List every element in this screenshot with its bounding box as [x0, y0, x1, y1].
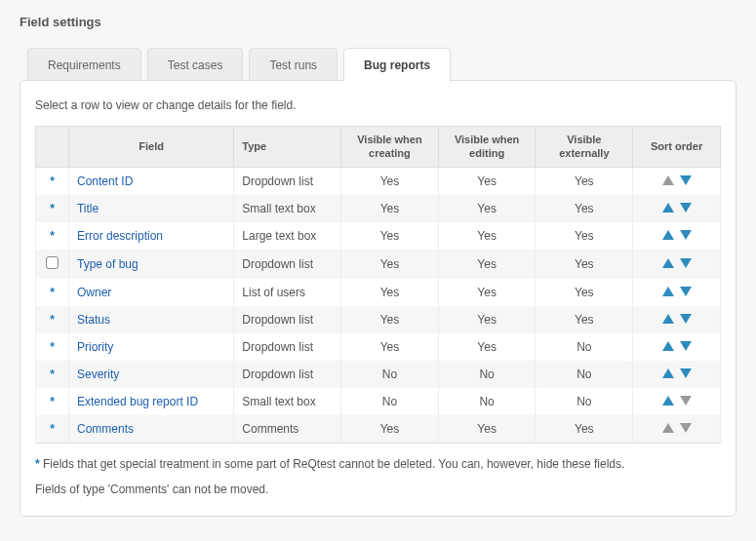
col-header-type: Type	[234, 127, 341, 168]
tab-test-cases[interactable]: Test cases	[147, 48, 244, 82]
move-up-icon[interactable]	[662, 396, 674, 406]
visCreating-cell: Yes	[341, 333, 439, 361]
visExternal-cell: No	[536, 361, 633, 388]
field-link[interactable]: Status	[77, 313, 110, 327]
move-up-icon[interactable]	[662, 287, 674, 296]
move-up-icon[interactable]	[662, 258, 674, 268]
field-link[interactable]: Type of bug	[77, 257, 139, 271]
table-row[interactable]: *PriorityDropdown listYesYesNo	[36, 333, 721, 361]
visExternal-cell: Yes	[536, 167, 633, 195]
visEditing-cell: Yes	[438, 222, 536, 250]
table-row[interactable]: *Error descriptionLarge text boxYesYesYe…	[36, 222, 721, 250]
field-link[interactable]: Extended bug report ID	[77, 395, 198, 408]
type-cell: Dropdown list	[234, 250, 341, 279]
sort-order-cell	[633, 250, 721, 279]
tab-bug-reports[interactable]: Bug reports	[343, 48, 451, 82]
select-checkbox[interactable]	[36, 250, 69, 279]
type-cell: Comments	[234, 415, 341, 444]
special-marker-icon: *	[36, 279, 69, 306]
tab-requirements[interactable]: Requirements	[27, 48, 141, 82]
move-up-icon[interactable]	[662, 368, 674, 378]
move-down-icon[interactable]	[680, 314, 692, 324]
sort-order-cell	[633, 167, 721, 195]
move-up-icon	[662, 175, 674, 185]
type-cell: Dropdown list	[234, 167, 341, 195]
field-link[interactable]: Severity	[77, 367, 119, 381]
visCreating-cell: Yes	[341, 279, 439, 306]
page-title: Field settings	[20, 15, 736, 29]
field-link[interactable]: Priority	[77, 340, 113, 354]
move-up-icon[interactable]	[662, 203, 674, 213]
visEditing-cell: No	[438, 361, 536, 388]
move-down-icon[interactable]	[680, 175, 692, 185]
visCreating-cell: Yes	[341, 195, 439, 222]
visExternal-cell: No	[536, 388, 633, 415]
visCreating-cell: Yes	[341, 222, 439, 250]
table-row[interactable]: *TitleSmall text boxYesYesYes	[36, 195, 721, 222]
type-cell: Small text box	[234, 195, 341, 222]
field-link[interactable]: Title	[77, 202, 99, 215]
sort-order-cell	[633, 388, 721, 415]
panel: Select a row to view or change details f…	[20, 80, 736, 517]
col-header-sort: Sort order	[633, 127, 721, 168]
special-marker-icon: *	[36, 388, 69, 415]
visExternal-cell: Yes	[536, 195, 633, 222]
sort-order-cell	[633, 415, 721, 444]
visCreating-cell: No	[341, 361, 439, 388]
table-row[interactable]: *StatusDropdown listYesYesYes	[36, 306, 721, 333]
col-header-marker	[36, 127, 69, 168]
move-down-icon[interactable]	[680, 341, 692, 351]
footnote-comments: Fields of type 'Comments' can not be mov…	[35, 483, 721, 496]
footnote-special: * Fields that get special treatment in s…	[35, 457, 721, 471]
table-row[interactable]: *SeverityDropdown listNoNoNo	[36, 361, 721, 388]
col-header-vis-external: Visible externally	[536, 127, 633, 168]
field-link[interactable]: Error description	[77, 229, 163, 243]
move-down-icon[interactable]	[680, 203, 692, 213]
move-up-icon[interactable]	[662, 314, 674, 324]
sort-order-cell	[633, 222, 721, 250]
move-down-icon[interactable]	[680, 368, 692, 378]
field-link[interactable]: Comments	[77, 422, 134, 436]
visEditing-cell: No	[438, 388, 536, 415]
visCreating-cell: Yes	[341, 415, 439, 444]
table-row[interactable]: *Content IDDropdown listYesYesYes	[36, 167, 721, 195]
visExternal-cell: Yes	[536, 415, 633, 444]
col-header-vis-creating: Visible when creating	[341, 127, 439, 168]
visEditing-cell: Yes	[438, 306, 536, 333]
instruction-text: Select a row to view or change details f…	[35, 98, 721, 112]
table-row[interactable]: Type of bugDropdown listYesYesYes	[36, 250, 721, 279]
visCreating-cell: Yes	[341, 167, 439, 195]
move-down-icon	[680, 396, 692, 406]
special-marker-icon: *	[36, 415, 69, 444]
move-down-icon	[680, 423, 692, 433]
table-row[interactable]: *CommentsCommentsYesYesYes	[36, 415, 721, 444]
special-marker-icon: *	[36, 306, 69, 333]
move-up-icon[interactable]	[662, 341, 674, 351]
tab-test-runs[interactable]: Test runs	[249, 48, 338, 82]
move-down-icon[interactable]	[680, 287, 692, 296]
special-marker-icon: *	[36, 361, 69, 388]
field-link[interactable]: Owner	[77, 286, 111, 299]
visEditing-cell: Yes	[438, 167, 536, 195]
type-cell: Dropdown list	[234, 361, 341, 388]
visExternal-cell: No	[536, 333, 633, 361]
visCreating-cell: Yes	[341, 250, 439, 279]
visExternal-cell: Yes	[536, 222, 633, 250]
move-down-icon[interactable]	[680, 230, 692, 240]
visEditing-cell: Yes	[438, 279, 536, 306]
table-row[interactable]: *OwnerList of usersYesYesYes	[36, 279, 721, 306]
type-cell: Large text box	[234, 222, 341, 250]
col-header-vis-editing: Visible when editing	[438, 127, 536, 168]
footnote-special-text: Fields that get special treatment in som…	[40, 457, 625, 471]
special-marker-icon: *	[36, 167, 69, 195]
move-up-icon[interactable]	[662, 230, 674, 240]
checkbox-icon[interactable]	[46, 256, 59, 269]
type-cell: Small text box	[234, 388, 341, 415]
sort-order-cell	[633, 279, 721, 306]
table-row[interactable]: *Extended bug report IDSmall text boxNoN…	[36, 388, 721, 415]
special-marker-icon: *	[36, 195, 69, 222]
field-link[interactable]: Content ID	[77, 174, 133, 188]
visCreating-cell: Yes	[341, 306, 439, 333]
visExternal-cell: Yes	[536, 279, 633, 306]
move-down-icon[interactable]	[680, 258, 692, 268]
